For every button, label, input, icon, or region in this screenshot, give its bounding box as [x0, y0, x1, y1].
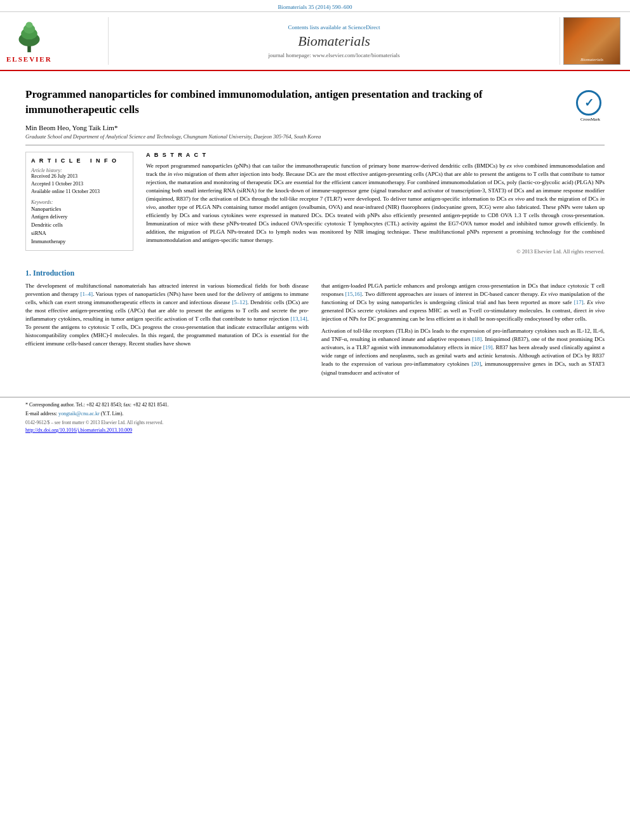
abstract-title: A B S T R A C T	[146, 152, 605, 158]
article-title: Programmed nanoparticles for combined im…	[25, 87, 566, 117]
keyword-sirna: siRNA	[31, 229, 128, 237]
accepted-date: Accepted 1 October 2013	[31, 181, 128, 187]
ref-19-link[interactable]: [19]	[483, 344, 493, 350]
article-info-title: A R T I C L E I N F O	[31, 157, 128, 164]
article-info-column: A R T I C L E I N F O Article history: R…	[25, 152, 133, 261]
received-date: Received 26 July 2013	[31, 173, 128, 179]
abstract-body: We report programmed nanoparticles (pNPs…	[146, 162, 605, 244]
crossmark-symbol: ✓	[584, 96, 594, 110]
article-info-abstract: A R T I C L E I N F O Article history: R…	[25, 152, 605, 261]
crossmark-badge: ✓ CrossMark	[576, 90, 605, 119]
journal-reference: Biomaterials 35 (2014) 590–600	[0, 0, 630, 12]
section-title-text: Introduction	[33, 269, 74, 277]
journal-header: ELSEVIER Contents lists available at Sci…	[0, 12, 630, 71]
ref-5-12-link[interactable]: [5–12]	[232, 299, 247, 305]
doi-link[interactable]: http://dx.doi.org/10.1016/j.biomaterials…	[25, 427, 605, 433]
issn-line: 0142-9612/$ – see front matter © 2013 El…	[25, 420, 605, 425]
introduction-body: The development of multifunctional nanom…	[25, 282, 605, 381]
journal-ref-text: Biomaterials 35 (2014) 590–600	[278, 4, 352, 10]
journal-homepage: journal homepage: www.elsevier.com/locat…	[269, 52, 400, 58]
journal-cover-label: Biomaterials	[580, 57, 603, 62]
doi-anchor[interactable]: http://dx.doi.org/10.1016/j.biomaterials…	[25, 427, 132, 433]
publisher-logo: ELSEVIER	[6, 17, 108, 65]
keyword-nanoparticles: Nanoparticles	[31, 205, 128, 213]
sciencedirect-link[interactable]: Contents lists available at ScienceDirec…	[288, 24, 380, 30]
intro-col1-para1: The development of multifunctional nanom…	[25, 282, 309, 348]
article-title-container: Programmed nanoparticles for combined im…	[25, 87, 566, 140]
ref-17-link[interactable]: [17]	[574, 299, 584, 305]
svg-point-4	[25, 22, 32, 28]
author-email-link[interactable]: yongtaik@cnu.ac.kr	[58, 411, 100, 417]
keywords-section: Keywords: Nanoparticles Antigen delivery…	[31, 199, 128, 246]
ref-20-link[interactable]: [20]	[471, 361, 481, 367]
history-label: Article history:	[31, 168, 128, 173]
intro-col2-para2: Activation of toll-like receptors (TLRs)…	[321, 327, 605, 377]
keyword-immunotherapy: Immunotherapy	[31, 237, 128, 246]
intro-col2: that antigen-loaded PLGA particle enhanc…	[321, 282, 605, 381]
page-footer: * Corresponding author. Tel.: +82 42 821…	[0, 397, 630, 433]
crossmark-circle: ✓	[576, 90, 601, 116]
keywords-label: Keywords:	[31, 199, 128, 205]
affiliation-text: Graduate School and Department of Analyt…	[25, 133, 566, 140]
ref-13-14-link[interactable]: [13,14]	[291, 316, 307, 322]
abstract-section: A B S T R A C T We report programmed nan…	[146, 152, 605, 255]
email-label: E-mail address:	[25, 411, 57, 417]
email-note: E-mail address: yongtaik@cnu.ac.kr (Y.T.…	[25, 410, 605, 417]
content-area: Programmed nanoparticles for combined im…	[0, 71, 630, 387]
keyword-antigen-delivery: Antigen delivery	[31, 213, 128, 221]
journal-cover-image: Biomaterials	[563, 17, 620, 65]
page: Biomaterials 35 (2014) 590–600 ELSEVIER …	[0, 0, 630, 840]
corresponding-author-note: * Corresponding author. Tel.: +82 42 821…	[25, 401, 605, 408]
intro-col2-para1: that antigen-loaded PLGA particle enhanc…	[321, 282, 605, 323]
elsevier-brand-text: ELSEVIER	[6, 55, 52, 63]
crossmark-label: CrossMark	[576, 117, 605, 122]
ref-15-16-link[interactable]: [15,16]	[345, 291, 362, 297]
elsevier-logo-container: ELSEVIER	[6, 19, 52, 63]
contents-label: Contents lists available at	[288, 24, 347, 30]
abstract-column: A B S T R A C T We report programmed nan…	[146, 152, 605, 261]
elsevier-tree-icon	[10, 19, 48, 54]
available-date: Available online 11 October 2013	[31, 189, 128, 194]
author-names: Min Beom Heo, Yong Taik Lim*	[25, 124, 117, 131]
section-number: 1.	[25, 269, 31, 277]
article-header: Programmed nanoparticles for combined im…	[25, 77, 605, 145]
journal-info: Contents lists available at ScienceDirec…	[108, 17, 560, 65]
intro-col1: The development of multifunctional nanom…	[25, 282, 309, 381]
corresponding-author-text: * Corresponding author. Tel.: +82 42 821…	[25, 402, 168, 408]
author-list: Min Beom Heo, Yong Taik Lim*	[25, 124, 566, 131]
article-history-box: A R T I C L E I N F O Article history: R…	[25, 152, 133, 251]
copyright-line: © 2013 Elsevier Ltd. All rights reserved…	[146, 248, 605, 255]
keyword-dendritic-cells: Dendritic cells	[31, 221, 128, 229]
ref-18-link[interactable]: [18]	[473, 336, 482, 342]
ref-1-4-link[interactable]: [1–4]	[80, 291, 93, 297]
email-suffix: (Y.T. Lim).	[101, 411, 124, 417]
journal-title: Biomaterials	[298, 33, 370, 50]
introduction-section-title: 1. Introduction	[25, 269, 605, 278]
journal-thumbnail: Biomaterials	[560, 17, 624, 65]
issn-text: 0142-9612/$ – see front matter © 2013 El…	[25, 420, 163, 425]
sciencedirect-label: ScienceDirect	[348, 24, 380, 30]
